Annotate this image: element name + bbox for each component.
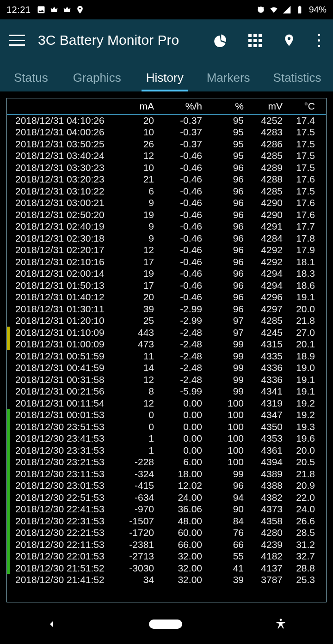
cell-c: 17.8 — [283, 232, 320, 244]
tab-graphics[interactable]: Graphics — [65, 71, 130, 91]
cell-c: 17.6 — [283, 197, 320, 209]
table-row[interactable]: 2018/12/30 22:11:53-238166.0066423931.2 — [7, 539, 326, 551]
cell-ma: 9 — [110, 232, 154, 244]
cell-c: 18.6 — [283, 279, 320, 292]
table-row[interactable]: 2018/12/30 22:31:53-150748.0084435826.6 — [7, 515, 326, 527]
cell-pc: 95 — [202, 138, 244, 150]
table-row[interactable]: 2018/12/31 00:11:54120.00100431919.2 — [7, 397, 326, 409]
table-row[interactable]: 2018/12/31 02:40:199-0.4696429117.7 — [7, 220, 326, 232]
table-row[interactable]: 2018/12/31 00:21:568-5.9999434119.1 — [7, 385, 326, 397]
table-row[interactable]: 2018/12/31 01:40:1220-0.4696429619.1 — [7, 291, 326, 303]
cell-c: 21.8 — [283, 315, 320, 327]
cell-c: 19.6 — [283, 432, 320, 444]
table-row[interactable]: 2018/12/31 02:20:1712-0.4696429217.9 — [7, 244, 326, 256]
cell-mv: 4361 — [244, 444, 283, 456]
cell-pc: 39 — [202, 574, 244, 586]
tab-status[interactable]: Status — [6, 71, 56, 91]
cell-c: 17.7 — [283, 220, 320, 232]
table-row[interactable]: 2018/12/31 01:10:09443-2.4897424527.0 — [7, 327, 326, 339]
pie-chart-icon[interactable] — [214, 33, 228, 47]
table-row[interactable]: 2018/12/30 22:41:53-97036.0690437324.0 — [7, 503, 326, 515]
cell-c: 19.2 — [283, 397, 320, 409]
table-row[interactable]: 2018/12/30 23:21:53-2286.00100439420.5 — [7, 456, 326, 468]
cell-ma: 12 — [110, 244, 154, 256]
battery-icon — [295, 5, 304, 14]
cell-ma: 6 — [110, 185, 154, 197]
history-table[interactable]: mA %/h % mV °C 2018/12/31 04:10:2620-0.3… — [6, 98, 327, 602]
cell-pc: 66 — [202, 539, 244, 551]
table-row[interactable]: 2018/12/30 21:41:523432.0039378725.3 — [7, 574, 326, 586]
cell-c: 17.6 — [283, 209, 320, 221]
cell-c: 19.3 — [283, 421, 320, 433]
table-row[interactable]: 2018/12/31 00:01:5300.00100434719.2 — [7, 409, 326, 421]
table-row[interactable]: 2018/12/31 02:30:189-0.4696428417.8 — [7, 232, 326, 244]
cell-c: 17.6 — [283, 173, 320, 185]
cell-ma: 25 — [110, 315, 154, 327]
table-row[interactable]: 2018/12/30 23:51:5300.00100435019.3 — [7, 421, 326, 433]
table-row[interactable]: 2018/12/31 01:00:09473-2.4899431520.1 — [7, 338, 326, 350]
cell-ph: 36.06 — [154, 503, 202, 515]
cell-ts: 2018/12/30 22:51:53 — [7, 492, 110, 504]
cell-ts: 2018/12/30 22:31:53 — [7, 515, 110, 527]
tab-markers[interactable]: Markers — [198, 71, 259, 91]
nav-back-button[interactable] — [46, 619, 57, 630]
cell-pc: 96 — [202, 162, 244, 174]
table-row[interactable]: 2018/12/31 00:51:5911-2.4899433518.9 — [7, 350, 326, 362]
table-row[interactable]: 2018/12/31 03:20:2321-0.4696428817.6 — [7, 173, 326, 185]
cell-ma: 17 — [110, 256, 154, 268]
apps-grid-icon[interactable] — [248, 33, 262, 47]
table-row[interactable]: 2018/12/31 03:50:2526-0.3795428617.5 — [7, 138, 326, 150]
cell-ph: 0.00 — [154, 409, 202, 421]
table-row[interactable]: 2018/12/30 22:21:53-172060.0076428028.5 — [7, 527, 326, 539]
tab-overflow[interactable]: B — [330, 71, 333, 91]
table-row[interactable]: 2018/12/30 22:51:53-63424.0094438222.0 — [7, 492, 326, 504]
cell-pc: 97 — [202, 327, 244, 339]
table-row[interactable]: 2018/12/31 01:30:1139-2.9996429720.0 — [7, 303, 326, 315]
table-row[interactable]: 2018/12/30 23:01:53-41512.0296438820.9 — [7, 480, 326, 492]
cell-pc: 100 — [202, 397, 244, 409]
table-row[interactable]: 2018/12/31 02:10:1617-0.4696429218.1 — [7, 256, 326, 268]
menu-button[interactable] — [9, 35, 25, 46]
table-row[interactable]: 2018/12/30 23:41:5310.00100435319.6 — [7, 432, 326, 444]
table-row[interactable]: 2018/12/30 23:31:5310.00100436120.0 — [7, 444, 326, 456]
cell-pc: 96 — [202, 197, 244, 209]
table-row[interactable]: 2018/12/30 23:11:53-32418.0099438921.8 — [7, 468, 326, 480]
cell-ts: 2018/12/30 23:01:53 — [7, 480, 110, 492]
table-row[interactable]: 2018/12/31 04:00:2610-0.3795428317.5 — [7, 126, 326, 138]
table-row[interactable]: 2018/12/31 03:10:226-0.4696428517.5 — [7, 185, 326, 197]
table-body[interactable]: 2018/12/31 04:10:2620-0.3795425217.42018… — [7, 115, 326, 586]
cell-mv: 4296 — [244, 291, 283, 303]
table-row[interactable]: 2018/12/31 02:00:1419-0.4696429418.3 — [7, 267, 326, 279]
table-row[interactable]: 2018/12/31 01:50:1317-0.4696429418.6 — [7, 279, 326, 292]
table-row[interactable]: 2018/12/31 03:00:219-0.4696429017.6 — [7, 197, 326, 209]
cell-ma: 10 — [110, 162, 154, 174]
cell-ts: 2018/12/31 04:00:26 — [7, 126, 110, 138]
cell-pc: 95 — [202, 115, 244, 127]
table-row[interactable]: 2018/12/31 01:20:1025-2.9997428521.8 — [7, 315, 326, 327]
cell-pc: 96 — [202, 185, 244, 197]
table-row[interactable]: 2018/12/31 00:31:5812-2.4899433619.1 — [7, 374, 326, 386]
more-icon[interactable] — [316, 33, 321, 47]
cell-ts: 2018/12/30 23:31:53 — [7, 444, 110, 456]
table-row[interactable]: 2018/12/31 03:40:2412-0.4695428517.5 — [7, 150, 326, 162]
cell-ph: -0.37 — [154, 126, 202, 138]
cell-c: 24.0 — [283, 503, 320, 515]
cell-ma: -3030 — [110, 562, 154, 574]
table-row[interactable]: 2018/12/31 00:41:5914-2.4899433619.0 — [7, 362, 326, 374]
cell-ph: -0.46 — [154, 291, 202, 303]
cell-mv: 4294 — [244, 267, 283, 279]
location-icon[interactable] — [282, 33, 296, 47]
table-row[interactable]: 2018/12/30 22:01:53-271332.0055418232.7 — [7, 550, 326, 562]
cell-ma: 1 — [110, 444, 154, 456]
table-row[interactable]: 2018/12/31 02:50:2019-0.4696429017.6 — [7, 209, 326, 221]
tab-history[interactable]: History — [138, 71, 192, 91]
cell-ts: 2018/12/30 23:11:53 — [7, 468, 110, 480]
tab-statistics[interactable]: Statistics — [265, 71, 330, 91]
nav-home-pill[interactable] — [149, 620, 182, 629]
nav-accessibility-button[interactable] — [274, 618, 287, 631]
cell-ma: -2713 — [110, 550, 154, 562]
table-row[interactable]: 2018/12/30 21:51:52-303032.0041413728.8 — [7, 562, 326, 574]
table-row[interactable]: 2018/12/31 03:30:2310-0.4696428917.5 — [7, 162, 326, 174]
table-row[interactable]: 2018/12/31 04:10:2620-0.3795425217.4 — [7, 115, 326, 127]
cell-c: 20.5 — [283, 456, 320, 468]
